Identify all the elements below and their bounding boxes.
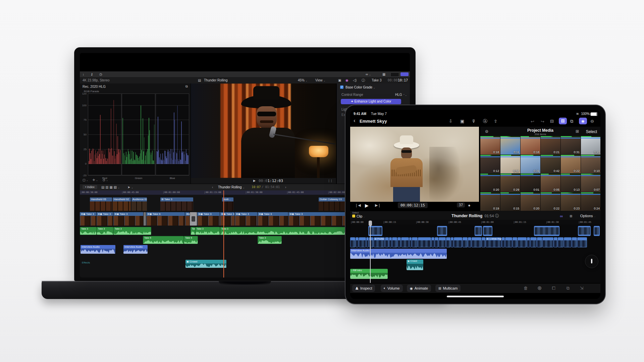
background-tasks-icon[interactable]: ◷	[99, 73, 102, 76]
voiceover-icon[interactable]: Ⓐ	[483, 119, 487, 123]
media-thumbnail[interactable]: 0:19	[480, 192, 500, 211]
ipad-storyline-clip[interactable]	[530, 237, 537, 247]
media-thumbnail[interactable]: 0:20	[480, 174, 500, 192]
ipad-storyline-clip[interactable]	[369, 237, 373, 247]
ipad-storyline-clip[interactable]	[451, 237, 453, 247]
media-thumbnail[interactable]: 0:10	[581, 155, 600, 173]
media-thumbnail[interactable]: 0:23	[561, 192, 581, 211]
done-check-icon[interactable]: ◎	[538, 286, 541, 290]
storyline-clip[interactable]: ⊞◉ Take 6	[146, 212, 185, 226]
storyline-clip[interactable]: ⊞◉ Tak	[185, 212, 190, 226]
ipad-storyline-clip[interactable]: ⊞ Profile	[374, 237, 385, 247]
ipad-storyline-clip[interactable]	[542, 237, 553, 247]
media-thumbnail[interactable]: 0:21	[541, 136, 560, 155]
link-icon[interactable]: ∞ ⌄	[366, 73, 371, 76]
ipad-storyline-clip[interactable]	[505, 237, 512, 247]
ipad-connected-clip[interactable]	[475, 226, 482, 236]
connected-clip[interactable]: Handheld 02	[113, 197, 131, 211]
undo-icon[interactable]: ↩	[531, 119, 534, 124]
media-thumbnail[interactable]: 0:22	[561, 155, 581, 173]
audio-clip[interactable]: Take 3	[195, 227, 220, 235]
multicam-button[interactable]: ⊞Multicam	[435, 285, 461, 292]
ipad-storyline-clip[interactable]	[385, 237, 389, 247]
animate-button[interactable]: ◉Animate	[407, 285, 431, 292]
gap-clip[interactable]	[190, 212, 197, 226]
ipad-storyline-clip[interactable]	[554, 237, 557, 247]
ipad-interview-clip[interactable]: Interview Audio	[350, 249, 447, 259]
media-thumbnail[interactable]: 0:18	[480, 136, 500, 155]
media-thumbnail[interactable]: 0:13	[561, 174, 581, 192]
volume-button[interactable]: 🔈︎Volume	[381, 285, 403, 292]
transform-tool-icon[interactable]: ✛ ⌄	[93, 179, 98, 182]
ipad-connected-clip[interactable]	[534, 226, 559, 236]
color-section-title[interactable]: Base Color Grade ⌄	[345, 85, 375, 89]
clip-appearance-icons[interactable]: ▤ ▥ ▦ ▧ ⌄	[101, 186, 120, 189]
mic-icon[interactable]: 🎙︎	[472, 119, 476, 123]
ipad-storyline-clip[interactable]	[435, 237, 438, 247]
media-thumbnail[interactable]: 0:10	[581, 136, 600, 155]
gap-clip[interactable]	[144, 212, 146, 226]
ipad-connected-clip[interactable]	[594, 226, 600, 236]
duplicate-icon[interactable]: ⧉	[570, 119, 573, 123]
ipad-storyline-clip[interactable]	[537, 237, 542, 247]
ipad-storyline-clip[interactable]	[356, 237, 359, 247]
retime-tool-icon[interactable]: ◷ ⌄	[103, 179, 108, 182]
ipad-storyline-clip[interactable]	[412, 237, 418, 247]
frame-counter[interactable]: 37	[457, 202, 465, 207]
home-indicator[interactable]	[447, 296, 504, 297]
ipad-storyline-clip[interactable]	[359, 237, 366, 247]
media-thumbnail[interactable]: 0:29	[500, 174, 520, 192]
ipad-riff-clip[interactable]: ♪ Riff Intro	[350, 269, 388, 279]
pointer-tool-icon[interactable]: ➤ ⌄	[127, 186, 133, 189]
ipad-storyline-clip[interactable]	[502, 237, 505, 247]
ipad-storyline-clip[interactable]	[397, 237, 401, 247]
ipad-storyline-clip[interactable]	[439, 237, 446, 247]
media-thumbnail[interactable]: 0:56	[500, 155, 520, 173]
media-browser-button[interactable]: 🖼︎	[559, 118, 567, 124]
connected-clip[interactable]: Handheld 05	[90, 197, 112, 211]
skip-fwd-icon[interactable]: ▶❘	[375, 203, 381, 207]
media-thumbnail[interactable]: 0:12	[480, 155, 500, 173]
storyline-clip[interactable]: ⊞◉ Take 3	[80, 212, 96, 226]
keyword-icon[interactable]: ⚷	[91, 73, 93, 76]
media-thumbnail[interactable]: 0:18	[521, 136, 540, 155]
ipad-connected-clip[interactable]	[437, 226, 447, 236]
ipad-storyline-clip[interactable]: ⊞ 1-Wide Right-Tak	[486, 237, 501, 247]
select-button[interactable]: Select	[586, 129, 597, 134]
storyline-clip[interactable]: ⊞◉ Take 3	[288, 212, 348, 226]
media-thumbnail[interactable]: 0:42	[541, 155, 560, 173]
audio-clip[interactable]: Take 3	[220, 227, 349, 235]
back-button[interactable]: ‹	[354, 117, 356, 124]
ipad-storyline-clip[interactable]	[468, 237, 471, 247]
storyline-clip[interactable]: ⊞◉ Take 3	[113, 212, 143, 226]
interview-audio-clip[interactable]: Interview Audio	[123, 245, 148, 254]
index-button[interactable]: • Index	[83, 185, 97, 189]
section-checkbox[interactable]: ✓	[340, 85, 343, 89]
storyline-clip[interactable]: ⊞◉ Take 3	[235, 212, 257, 226]
prev-project-button[interactable]: ‹	[212, 185, 213, 189]
view-dropdown[interactable]: View ⌄	[315, 78, 325, 82]
render-icon[interactable]: ⧈	[570, 214, 572, 218]
media-thumbnail[interactable]: 0:15	[500, 192, 520, 211]
storyline-clip[interactable]: ⊞◉ Take 3	[220, 212, 234, 226]
ipad-storyline-clip[interactable]	[454, 237, 462, 247]
media-thumbnail[interactable]: 0:20	[521, 192, 540, 211]
timeline-index-button[interactable]	[400, 72, 409, 76]
share-tray-icon[interactable]: ⇧	[494, 119, 497, 123]
audio-clip[interactable]: Take 5	[143, 236, 184, 244]
clip-height-dial[interactable]	[585, 255, 598, 268]
control-range-value[interactable]: HLG ⌃⌄	[395, 93, 407, 97]
info-tab-icon[interactable]: ⓘ	[362, 79, 365, 82]
more-icon[interactable]: ⊖	[590, 119, 594, 123]
ipad-storyline-clip[interactable]	[409, 237, 412, 247]
ipad-storyline-clip[interactable]	[392, 237, 397, 247]
export-frame-icon[interactable]: ⇲	[580, 286, 584, 291]
ipad-storyline-clip[interactable]	[350, 237, 355, 247]
media-thumbnail[interactable]: 0:22	[541, 192, 560, 211]
audio-tab-icon[interactable]: ◁)	[353, 79, 357, 82]
audio-clip[interactable]: Take 3	[113, 227, 151, 235]
ipad-connected-clip[interactable]	[578, 226, 591, 236]
audio-clip[interactable]: Take 3	[258, 236, 282, 244]
connected-clip[interactable]: Audience 02	[131, 197, 147, 211]
ipad-storyline-clip[interactable]	[558, 237, 564, 247]
